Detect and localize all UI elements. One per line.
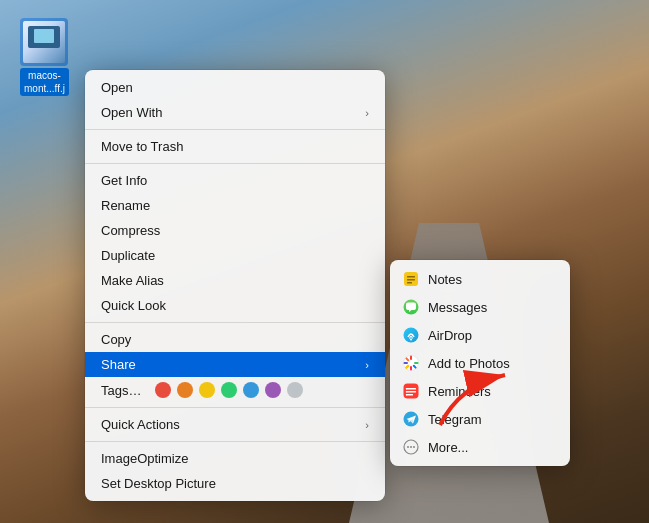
- menu-item-copy[interactable]: Copy: [85, 327, 385, 352]
- tag-purple[interactable]: [265, 382, 281, 398]
- menu-item-rename[interactable]: Rename: [85, 193, 385, 218]
- svg-rect-9: [406, 388, 416, 390]
- file-label: macos- mont...ff.j: [20, 68, 69, 96]
- monitor-icon: [28, 26, 60, 48]
- separator-4: [85, 407, 385, 408]
- svg-rect-1: [407, 276, 415, 278]
- chevron-right-icon: ›: [365, 419, 369, 431]
- svg-point-18: [410, 446, 412, 448]
- telegram-icon: [402, 410, 420, 428]
- submenu-item-reminders[interactable]: Reminders: [390, 377, 570, 405]
- submenu-item-add-to-photos[interactable]: Add to Photos: [390, 349, 570, 377]
- svg-point-17: [407, 446, 409, 448]
- tag-gray[interactable]: [287, 382, 303, 398]
- notes-icon: [402, 270, 420, 288]
- menu-item-quick-actions[interactable]: Quick Actions ›: [85, 412, 385, 437]
- menu-item-duplicate[interactable]: Duplicate: [85, 243, 385, 268]
- separator-1: [85, 129, 385, 130]
- svg-point-13: [406, 391, 408, 393]
- menu-item-imageoptimize[interactable]: ImageOptimize: [85, 446, 385, 471]
- tag-orange[interactable]: [177, 382, 193, 398]
- svg-point-12: [406, 388, 408, 390]
- context-menu: Open Open With › Move to Trash Get Info …: [85, 70, 385, 501]
- tag-yellow[interactable]: [199, 382, 215, 398]
- submenu-item-more[interactable]: More...: [390, 433, 570, 461]
- menu-item-set-desktop[interactable]: Set Desktop Picture: [85, 471, 385, 496]
- menu-item-get-info[interactable]: Get Info: [85, 168, 385, 193]
- separator-2: [85, 163, 385, 164]
- svg-point-19: [413, 446, 415, 448]
- separator-3: [85, 322, 385, 323]
- chevron-right-icon: ›: [365, 359, 369, 371]
- svg-point-14: [406, 394, 408, 396]
- menu-item-make-alias[interactable]: Make Alias: [85, 268, 385, 293]
- messages-icon: [402, 298, 420, 316]
- submenu-item-messages[interactable]: Messages: [390, 293, 570, 321]
- svg-rect-3: [407, 282, 412, 284]
- menu-item-move-to-trash[interactable]: Move to Trash: [85, 134, 385, 159]
- menu-item-share[interactable]: Share ›: [85, 352, 385, 377]
- file-icon-image: [20, 18, 68, 66]
- tags-label: Tags…: [101, 383, 141, 398]
- tags-row: Tags…: [85, 377, 385, 403]
- submenu-item-telegram[interactable]: Telegram: [390, 405, 570, 433]
- chevron-right-icon: ›: [365, 107, 369, 119]
- more-icon: [402, 438, 420, 456]
- menu-item-quick-look[interactable]: Quick Look: [85, 293, 385, 318]
- tag-green[interactable]: [221, 382, 237, 398]
- share-submenu: Notes Messages: [390, 260, 570, 466]
- menu-item-open[interactable]: Open: [85, 75, 385, 100]
- submenu-item-airdrop[interactable]: AirDrop: [390, 321, 570, 349]
- submenu-item-notes[interactable]: Notes: [390, 265, 570, 293]
- tag-red[interactable]: [155, 382, 171, 398]
- svg-point-6: [410, 339, 412, 341]
- svg-rect-2: [407, 279, 415, 281]
- separator-5: [85, 441, 385, 442]
- menu-item-compress[interactable]: Compress: [85, 218, 385, 243]
- menu-item-open-with[interactable]: Open With ›: [85, 100, 385, 125]
- file-icon[interactable]: macos- mont...ff.j: [20, 18, 69, 96]
- reminders-icon: [402, 382, 420, 400]
- airdrop-icon: [402, 326, 420, 344]
- svg-rect-10: [406, 391, 416, 393]
- photos-icon: [402, 354, 420, 372]
- tag-blue[interactable]: [243, 382, 259, 398]
